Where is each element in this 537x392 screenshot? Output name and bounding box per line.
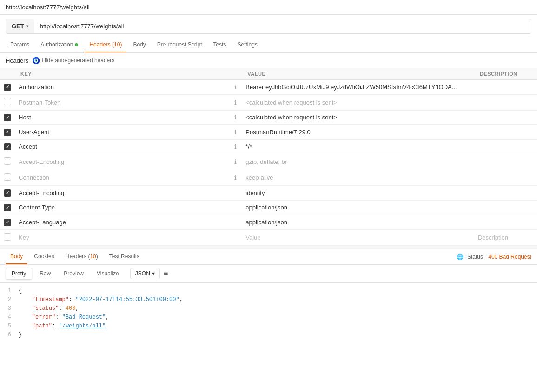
row-checkbox[interactable]: [4, 129, 11, 136]
col-key: KEY: [15, 68, 231, 80]
json-format-selector[interactable]: JSON ▾: [130, 268, 160, 279]
table-row-new[interactable]: Key Value Description: [0, 229, 537, 245]
chevron-down-icon: ▾: [152, 270, 155, 277]
header-value: <calculated when request is sent>: [245, 99, 337, 106]
row-checkbox[interactable]: [4, 84, 11, 91]
hide-headers-button[interactable]: 🧿 Hide auto-generated headers: [32, 57, 114, 64]
request-tabs-bar: Params Authorization Headers (10) Body P…: [0, 38, 537, 53]
response-body-code: 1{2 "timestamp": "2022-07-17T14:55:33.50…: [0, 283, 537, 344]
header-value: application/json: [245, 219, 287, 226]
header-value: */*: [245, 143, 252, 150]
tab-body[interactable]: Body: [128, 38, 150, 52]
table-row: User-AgentℹPostmanRuntime/7.29.0: [0, 125, 537, 140]
table-row: Accept-Encodingidentity: [0, 186, 537, 201]
section-divider: [0, 246, 537, 249]
response-tab-headers[interactable]: Headers (10): [61, 249, 103, 264]
tab-settings[interactable]: Settings: [233, 38, 262, 52]
tab-authorization[interactable]: Authorization: [36, 38, 83, 52]
header-description: [474, 94, 537, 110]
info-icon[interactable]: ℹ: [234, 129, 237, 136]
response-tab-test-results[interactable]: Test Results: [105, 249, 144, 264]
code-line: 4 "error": "Bad Request",: [0, 313, 537, 322]
info-icon[interactable]: ℹ: [234, 84, 237, 91]
new-desc-input[interactable]: Description: [478, 234, 508, 241]
new-value-input[interactable]: Value: [245, 234, 260, 241]
line-content: }: [19, 331, 537, 340]
header-description: [474, 186, 537, 201]
table-row: Postman-Tokenℹ<calculated when request i…: [0, 94, 537, 110]
header-key: Authorization: [19, 84, 54, 91]
url-input[interactable]: [34, 19, 531, 33]
line-content: "timestamp": "2022-07-17T14:55:33.501+00…: [19, 295, 537, 304]
info-icon[interactable]: ℹ: [234, 114, 237, 121]
code-line: 3 "status": 400,: [0, 304, 537, 313]
tab-prerequest[interactable]: Pre-request Script: [152, 38, 207, 52]
raw-button[interactable]: Raw: [34, 268, 56, 279]
url-bar: http://localhost:7777/weights/all: [0, 0, 537, 15]
line-content: "path": "/weights/all": [19, 322, 537, 331]
eye-icon: 🧿: [32, 57, 40, 64]
status-value: 400 Bad Request: [488, 254, 531, 260]
row-checkbox[interactable]: [4, 98, 11, 105]
body-toolbar: Pretty Raw Preview Visualize JSON ▾ ≡: [0, 265, 537, 283]
row-checkbox[interactable]: [4, 143, 11, 150]
header-description: [474, 154, 537, 170]
row-checkbox[interactable]: [4, 189, 11, 197]
header-value: application/json: [245, 204, 287, 211]
table-row: Connectionℹkeep-alive: [0, 170, 537, 186]
header-key: Connection: [19, 174, 49, 181]
wrap-button[interactable]: ≡: [164, 269, 168, 278]
table-row: Hostℹ<calculated when request is sent>: [0, 110, 537, 125]
row-checkbox[interactable]: [4, 204, 11, 211]
request-bar: GET ▾: [6, 19, 531, 34]
code-line: 5 "path": "/weights/all": [0, 322, 537, 331]
row-checkbox[interactable]: [4, 173, 11, 181]
info-icon[interactable]: ℹ: [234, 174, 237, 181]
tab-params[interactable]: Params: [6, 38, 34, 52]
line-number: 2: [0, 295, 19, 304]
response-tab-body[interactable]: Body: [6, 249, 27, 264]
header-description: [474, 80, 537, 95]
col-description: DESCRIPTION: [474, 68, 537, 80]
table-row: AuthorizationℹBearer eyJhbGciOiJIUzUxMiJ…: [0, 80, 537, 95]
info-icon[interactable]: ℹ: [234, 143, 237, 150]
header-description: [474, 110, 537, 125]
tab-headers[interactable]: Headers (10): [85, 38, 126, 52]
url-title: http://localhost:7777/weights/all: [6, 4, 90, 11]
visualize-button[interactable]: Visualize: [91, 268, 125, 279]
new-row-checkbox[interactable]: [4, 233, 11, 241]
status-label: Status:: [467, 254, 484, 260]
header-key: Accept-Language: [19, 219, 66, 226]
row-checkbox[interactable]: [4, 157, 11, 165]
response-tab-cookies[interactable]: Cookies: [29, 249, 59, 264]
preview-button[interactable]: Preview: [58, 268, 89, 279]
header-description: [474, 170, 537, 186]
response-tabs: Body Cookies Headers (10) Test Results: [6, 249, 457, 264]
header-key: Postman-Token: [19, 99, 60, 106]
chevron-down-icon: ▾: [26, 24, 28, 29]
header-value: gzip, deflate, br: [245, 158, 287, 165]
new-key-input[interactable]: Key: [19, 234, 29, 241]
info-icon[interactable]: ℹ: [234, 158, 237, 165]
method-select[interactable]: GET ▾: [6, 19, 34, 33]
header-value: keep-alive: [245, 174, 273, 181]
line-number: 3: [0, 304, 19, 313]
header-value: PostmanRuntime/7.29.0: [245, 129, 310, 136]
info-icon[interactable]: ℹ: [234, 99, 237, 106]
line-number: 4: [0, 313, 19, 322]
code-line: 6}: [0, 331, 537, 340]
code-line: 1{: [0, 287, 537, 295]
pretty-button[interactable]: Pretty: [6, 268, 32, 280]
header-value: <calculated when request is sent>: [245, 114, 337, 121]
auth-dot: [75, 43, 78, 46]
row-checkbox[interactable]: [4, 114, 11, 121]
table-row: Content-Typeapplication/json: [0, 200, 537, 215]
headers-label: Headers: [6, 57, 28, 64]
status-bar: 🌐 Status: 400 Bad Request: [457, 254, 531, 260]
tab-tests[interactable]: Tests: [209, 38, 231, 52]
table-row: Acceptℹ*/*: [0, 139, 537, 154]
row-checkbox[interactable]: [4, 219, 11, 226]
line-content: "status": 400,: [19, 304, 537, 313]
code-line: 2 "timestamp": "2022-07-17T14:55:33.501+…: [0, 295, 537, 304]
line-number: 1: [0, 287, 19, 295]
